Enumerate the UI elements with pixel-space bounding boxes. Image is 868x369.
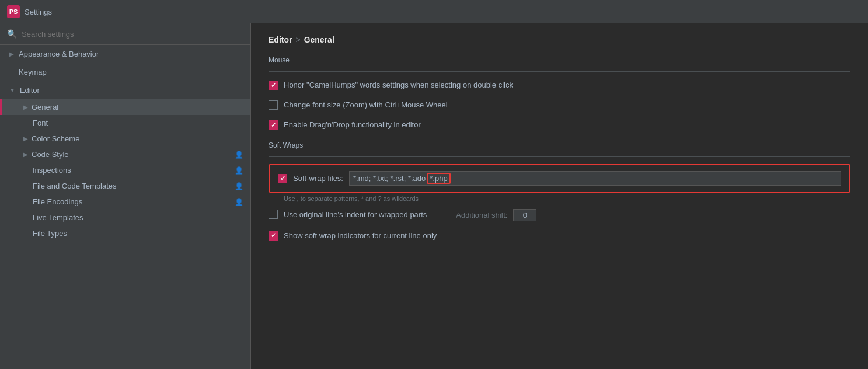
sidebar-item-color-scheme[interactable]: ▶ Color Scheme xyxy=(0,131,250,147)
camel-humps-row: Honor "CamelHumps" words settings when s… xyxy=(269,79,850,92)
sidebar-item-label: Font xyxy=(33,119,243,127)
soft-wraps-section: Soft Wraps Soft-wrap files: *.md; *.txt;… xyxy=(269,141,850,242)
search-icon: 🔍 xyxy=(7,29,17,39)
change-font-size-checkbox[interactable] xyxy=(269,100,278,110)
chevron-icon: ▶ xyxy=(23,104,28,110)
soft-wrap-row: Soft-wrap files: *.md; *.txt; *.rst; *.a… xyxy=(278,171,841,186)
sidebar-item-label: File Types xyxy=(33,229,243,238)
sidebar-item-label: File and Code Templates xyxy=(33,182,231,190)
show-indicators-checkbox[interactable] xyxy=(269,231,278,241)
section-divider xyxy=(269,71,850,72)
change-font-size-label: Change font size (Zoom) with Ctrl+Mouse … xyxy=(284,100,448,110)
sidebar-item-inspections[interactable]: Inspections 👤 xyxy=(0,162,250,178)
sidebar-item-label: Editor xyxy=(20,86,243,95)
camel-humps-checkbox[interactable] xyxy=(269,81,278,90)
drag-drop-checkbox[interactable] xyxy=(269,120,278,130)
chevron-icon: ▼ xyxy=(9,87,15,93)
mouse-section-title: Mouse xyxy=(269,56,850,64)
sidebar-item-keymap[interactable]: Keymap xyxy=(0,63,250,81)
sidebar-item-label: Keymap xyxy=(9,68,243,76)
soft-wrap-field-text: *.md; *.txt; *.rst; *.ado xyxy=(353,174,426,183)
original-indent-checkbox[interactable] xyxy=(269,210,278,219)
sidebar: 🔍 ▶ Appearance & Behavior Keymap ▼ Edito… xyxy=(0,23,251,369)
sidebar-item-label: Inspections xyxy=(33,166,231,175)
user-icon: 👤 xyxy=(235,166,243,175)
sidebar-item-general[interactable]: ▶ General xyxy=(0,99,250,115)
chevron-icon: ▶ xyxy=(9,51,14,57)
breadcrumb-part1: Editor xyxy=(269,35,292,44)
original-indent-row: Use original line's indent for wrapped p… xyxy=(269,208,850,222)
soft-wrap-files-label: Soft-wrap files: xyxy=(293,174,343,183)
soft-wraps-section-title: Soft Wraps xyxy=(269,141,850,149)
sidebar-item-file-types[interactable]: File Types xyxy=(0,225,250,241)
drag-drop-row: Enable Drag'n'Drop functionality in edit… xyxy=(269,119,850,131)
window-title: Settings xyxy=(25,8,52,16)
additional-shift-label: Additional shift: xyxy=(456,211,507,220)
breadcrumb: Editor > General xyxy=(269,35,850,44)
sidebar-item-label: Appearance & Behavior xyxy=(19,50,243,58)
show-indicators-row: Show soft wrap indicators for current li… xyxy=(269,229,850,242)
search-bar[interactable]: 🔍 xyxy=(0,23,250,45)
chevron-icon: ▶ xyxy=(23,135,28,142)
additional-shift-container: Use original line's indent for wrapped p… xyxy=(284,209,536,221)
chevron-icon: ▶ xyxy=(23,151,28,158)
sidebar-item-font[interactable]: Font xyxy=(0,115,250,131)
additional-shift-input[interactable] xyxy=(513,209,536,221)
search-input[interactable] xyxy=(22,30,243,39)
mouse-section: Mouse Honor "CamelHumps" words settings … xyxy=(269,56,850,132)
camel-humps-label: Honor "CamelHumps" words settings when s… xyxy=(284,80,513,90)
soft-wrap-hint: Use , to separate patterns, * and ? as w… xyxy=(284,195,850,202)
sidebar-item-editor[interactable]: ▼ Editor xyxy=(0,81,250,99)
titlebar: PS Settings xyxy=(0,0,868,23)
drag-drop-label: Enable Drag'n'Drop functionality in edit… xyxy=(284,120,421,130)
sidebar-item-label: Live Templates xyxy=(33,213,243,222)
original-indent-label: Use original line's indent for wrapped p… xyxy=(284,210,427,220)
user-icon: 👤 xyxy=(235,198,243,206)
user-icon: 👤 xyxy=(235,151,243,159)
main-content: 🔍 ▶ Appearance & Behavior Keymap ▼ Edito… xyxy=(0,23,868,369)
sidebar-item-label: Color Scheme xyxy=(32,134,243,143)
sidebar-item-label: File Encodings xyxy=(33,197,231,206)
sidebar-item-live-templates[interactable]: Live Templates xyxy=(0,210,250,225)
user-icon: 👤 xyxy=(235,182,243,190)
change-font-size-row: Change font size (Zoom) with Ctrl+Mouse … xyxy=(269,99,850,112)
sidebar-item-file-encodings[interactable]: File Encodings 👤 xyxy=(0,194,250,210)
sidebar-item-code-style[interactable]: ▶ Code Style 👤 xyxy=(0,147,250,162)
section-divider xyxy=(269,156,850,157)
soft-wrap-field[interactable]: *.md; *.txt; *.rst; *.ado *.php xyxy=(349,171,841,186)
active-indicator xyxy=(0,99,2,115)
content-area: Editor > General Mouse Honor "CamelHumps… xyxy=(251,23,868,369)
sidebar-item-label: Code Style xyxy=(32,150,231,159)
breadcrumb-separator: > xyxy=(295,35,300,44)
sidebar-item-file-code-templates[interactable]: File and Code Templates 👤 xyxy=(0,178,250,194)
breadcrumb-part2: General xyxy=(304,35,334,44)
soft-wrap-checkbox[interactable] xyxy=(278,174,287,183)
sidebar-item-appearance[interactable]: ▶ Appearance & Behavior xyxy=(0,45,250,63)
soft-wrap-highlight-box: Soft-wrap files: *.md; *.txt; *.rst; *.a… xyxy=(269,164,850,193)
show-indicators-label: Show soft wrap indicators for current li… xyxy=(284,231,437,241)
sidebar-item-label: General xyxy=(32,103,243,112)
soft-wrap-php-badge: *.php xyxy=(427,173,450,184)
app-icon: PS xyxy=(7,5,20,18)
